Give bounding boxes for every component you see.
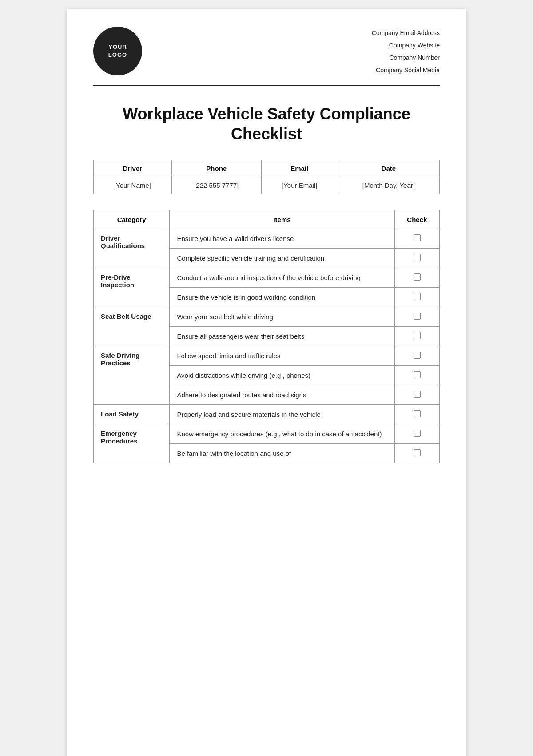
company-website: Company Website <box>372 39 440 51</box>
checkbox[interactable] <box>414 254 421 261</box>
category-cell: Seat Belt Usage <box>94 307 170 346</box>
category-cell: Emergency Procedures <box>94 424 170 463</box>
header: YOUR LOGO Company Email Address Company … <box>93 27 440 76</box>
checklist-row: Pre-Drive InspectionConduct a walk-aroun… <box>94 268 440 288</box>
category-cell: Driver Qualifications <box>94 229 170 268</box>
checklist-row: Seat Belt UsageWear your seat belt while… <box>94 307 440 327</box>
company-email: Company Email Address <box>372 27 440 39</box>
item-cell: Avoid distractions while driving (e.g., … <box>170 366 394 385</box>
driver-info-row: [Your Name] [222 555 7777] [Your Email] … <box>94 177 440 194</box>
check-cell[interactable] <box>394 405 439 424</box>
checkbox[interactable] <box>414 313 421 320</box>
checkbox[interactable] <box>414 449 421 456</box>
item-cell: Know emergency procedures (e.g., what to… <box>170 424 394 444</box>
company-info: Company Email Address Company Website Co… <box>372 27 440 76</box>
company-social: Company Social Media <box>372 64 440 76</box>
check-cell[interactable] <box>394 366 439 385</box>
category-col-header: Category <box>94 210 170 229</box>
check-cell[interactable] <box>394 288 439 307</box>
category-cell: Safe Driving Practices <box>94 346 170 405</box>
checklist-table: Category Items Check Driver Qualificatio… <box>93 210 440 463</box>
check-cell[interactable] <box>394 385 439 405</box>
item-cell: Wear your seat belt while driving <box>170 307 394 327</box>
item-cell: Follow speed limits and traffic rules <box>170 346 394 366</box>
items-col-header: Items <box>170 210 394 229</box>
date-col-header: Date <box>338 160 439 177</box>
checklist-row: Safe Driving PracticesFollow speed limit… <box>94 346 440 366</box>
check-cell[interactable] <box>394 229 439 249</box>
checkbox[interactable] <box>414 391 421 398</box>
item-cell: Conduct a walk-around inspection of the … <box>170 268 394 288</box>
page-title: Workplace Vehicle Safety Compliance Chec… <box>93 104 440 144</box>
item-cell: Ensure all passengers wear their seat be… <box>170 327 394 346</box>
checkbox[interactable] <box>414 430 421 437</box>
check-col-header: Check <box>394 210 439 229</box>
header-divider <box>93 85 440 86</box>
checkbox[interactable] <box>414 293 421 300</box>
checkbox[interactable] <box>414 352 421 359</box>
page: YOUR LOGO Company Email Address Company … <box>67 9 466 756</box>
driver-date: [Month Day, Year] <box>338 177 439 194</box>
category-cell: Load Safety <box>94 405 170 424</box>
checkbox[interactable] <box>414 410 421 417</box>
checklist-row: Driver QualificationsEnsure you have a v… <box>94 229 440 249</box>
checkbox[interactable] <box>414 273 421 281</box>
check-cell[interactable] <box>394 249 439 268</box>
driver-email: [Your Email] <box>261 177 338 194</box>
driver-info-table: Driver Phone Email Date [Your Name] [222… <box>93 160 440 194</box>
item-cell: Ensure the vehicle is in good working co… <box>170 288 394 307</box>
driver-phone: [222 555 7777] <box>171 177 261 194</box>
item-cell: Properly load and secure materials in th… <box>170 405 394 424</box>
check-cell[interactable] <box>394 346 439 366</box>
checkbox[interactable] <box>414 234 421 241</box>
check-cell[interactable] <box>394 424 439 444</box>
checklist-row: Emergency ProceduresKnow emergency proce… <box>94 424 440 444</box>
item-cell: Adhere to designated routes and road sig… <box>170 385 394 405</box>
item-cell: Be familiar with the location and use of <box>170 444 394 463</box>
driver-name: [Your Name] <box>94 177 172 194</box>
checklist-row: Load SafetyProperly load and secure mate… <box>94 405 440 424</box>
check-cell[interactable] <box>394 444 439 463</box>
check-cell[interactable] <box>394 268 439 288</box>
checkbox[interactable] <box>414 371 421 378</box>
check-cell[interactable] <box>394 327 439 346</box>
item-cell: Complete specific vehicle training and c… <box>170 249 394 268</box>
logo-line1: YOUR <box>108 43 127 51</box>
checkbox[interactable] <box>414 332 421 339</box>
category-cell: Pre-Drive Inspection <box>94 268 170 307</box>
phone-col-header: Phone <box>171 160 261 177</box>
item-cell: Ensure you have a valid driver's license <box>170 229 394 249</box>
email-col-header: Email <box>261 160 338 177</box>
company-number: Company Number <box>372 51 440 64</box>
company-logo: YOUR LOGO <box>93 27 142 75</box>
logo-line2: LOGO <box>108 51 127 59</box>
driver-col-header: Driver <box>94 160 172 177</box>
check-cell[interactable] <box>394 307 439 327</box>
